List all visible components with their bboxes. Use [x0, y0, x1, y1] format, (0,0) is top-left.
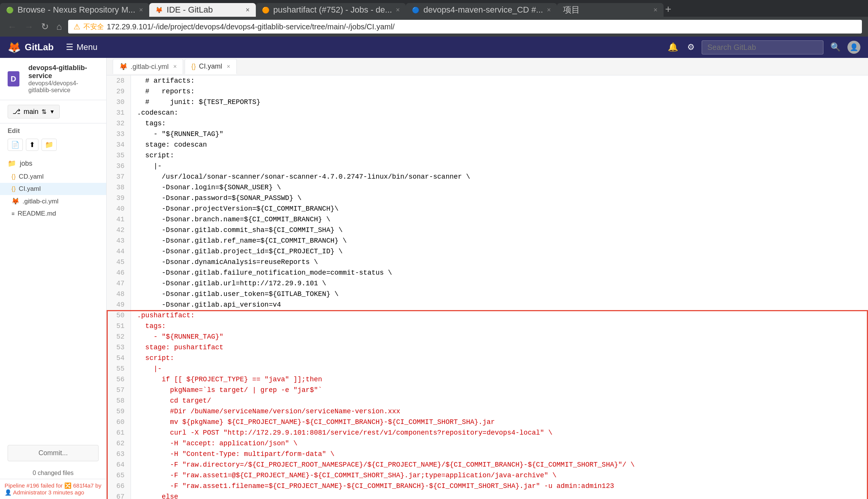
home-button[interactable]: ⌂ — [55, 20, 64, 34]
header-notification-icon[interactable]: 🔔 — [665, 40, 680, 54]
tab-gitlab-ci-close[interactable]: × — [173, 63, 177, 70]
code-line: -F "raw.asset1=@${CI_PROJECT_NAME}-${CI_… — [137, 470, 862, 481]
insecure-label: 不安全 — [83, 22, 104, 31]
code-line: -Dsonar.projectVersion=${CI_COMMIT_BRANC… — [137, 203, 862, 214]
code-content[interactable]: # artifacts: # reports: # junit: ${TEST_… — [131, 75, 868, 499]
code-line: #Dir /buName/serviceName/version/service… — [137, 406, 862, 417]
code-line: |- — [137, 363, 862, 374]
editor-tabs-bar: 🦊 .gitlab-ci.yml × {} CI.yaml × — [107, 58, 868, 75]
line-number: 33 — [113, 129, 124, 139]
tab-gitlab-ci-icon: 🦊 — [119, 62, 128, 71]
line-number: 41 — [113, 214, 124, 225]
code-line: script: — [137, 353, 862, 363]
code-editor: 2829303132333435363738394041424344454647… — [107, 75, 868, 499]
code-line: -Dsonar.gitlab.user_token=${GITLAB_TOKEN… — [137, 289, 862, 299]
gitlab-ci-label: .gitlab-ci.yml — [22, 198, 58, 205]
line-number: 28 — [113, 75, 124, 86]
sidebar-file-tree: 📁 jobs {} CD.yaml {} CI.yaml 🦊 .gitlab-c… — [0, 155, 106, 221]
line-number: 31 — [113, 107, 124, 118]
gitlab-logo-text: GitLab — [25, 42, 54, 53]
editor-area: 🦊 .gitlab-ci.yml × {} CI.yaml × 28293031… — [107, 58, 868, 499]
pushartifact-tab-label: pushartifact (#752) - Jobs - de... — [273, 5, 392, 15]
file-item-ci[interactable]: {} CI.yaml — [0, 183, 106, 195]
devops4-tab-label: devops4-maven-service_CD #... — [423, 5, 543, 15]
code-line: - "${RUNNER_TAG}" — [137, 331, 862, 342]
line-number: 44 — [113, 246, 124, 257]
line-number: 54 — [113, 353, 124, 363]
reload-button[interactable]: ↻ — [40, 20, 50, 34]
new-tab-button[interactable]: + — [664, 2, 673, 17]
line-number: 34 — [113, 139, 124, 150]
menu-button[interactable]: ☰ Menu — [61, 40, 102, 54]
pipeline-status: Pipeline #196 failed for 🔀 681f4a7 by 👤 … — [0, 479, 106, 499]
line-number: 60 — [113, 417, 124, 427]
nexus-tab-close[interactable]: × — [139, 6, 143, 14]
code-line: .codescan: — [137, 107, 862, 118]
code-line: /usr/local/sonar-scanner/sonar-scanner-4… — [137, 171, 862, 182]
nexus-tab-label: Browse - Nexus Repository M... — [18, 5, 135, 15]
ci-yaml-icon: {} — [11, 185, 16, 193]
header-settings-icon[interactable]: ⚙ — [685, 40, 697, 54]
line-number: 52 — [113, 331, 124, 342]
sidebar-section-label: Edit — [0, 123, 106, 139]
code-line: -F "raw.asset1.filename=${CI_PROJECT_NAM… — [137, 481, 862, 491]
line-number: 57 — [113, 385, 124, 395]
line-number: 62 — [113, 438, 124, 449]
devops4-tab-close[interactable]: × — [547, 6, 551, 14]
tab-gitlab-ide[interactable]: 🦊 IDE - GitLab × — [149, 3, 256, 17]
line-number: 67 — [113, 491, 124, 499]
project-tab-close[interactable]: × — [653, 6, 657, 14]
forward-button[interactable]: → — [23, 20, 35, 34]
tab-project[interactable]: 项目 × — [557, 3, 664, 17]
line-number: 32 — [113, 118, 124, 129]
sidebar-item-jobs[interactable]: 📁 jobs — [0, 156, 106, 171]
address-box[interactable]: ⚠ 不安全 172.29.9.101/-/ide/project/devops4… — [68, 20, 862, 34]
tab-gitlab-ci-yml[interactable]: 🦊 .gitlab-ci.yml × — [113, 59, 183, 74]
gitlab-logo-icon: 🦊 — [8, 41, 21, 54]
commit-button[interactable]: Commit... — [8, 445, 99, 461]
line-number: 50 — [113, 310, 124, 321]
tab-nexus[interactable]: 🟢 Browse - Nexus Repository M... × — [0, 3, 149, 17]
gitlab-app: 🦊 GitLab ☰ Menu 🔔 ⚙ 🔍 👤 D devops4-gitlab… — [0, 37, 868, 499]
line-number: 42 — [113, 225, 124, 235]
file-item-cd[interactable]: {} CD.yaml — [0, 171, 106, 183]
line-number: 29 — [113, 86, 124, 97]
code-line: -Dsonar.gitlab.api_version=v4 — [137, 299, 862, 310]
line-number: 64 — [113, 459, 124, 470]
new-folder-button[interactable]: 📁 — [41, 139, 57, 151]
sidebar-project-info: D devops4-gitlablib-service devops4/devo… — [0, 58, 106, 100]
code-line: .pushartifact: — [137, 310, 862, 321]
readme-label: README.md — [18, 210, 56, 218]
code-line: -Dsonar.gitlab.project_id=${CI_PROJECT_I… — [137, 246, 862, 257]
tab-devops4[interactable]: 🔵 devops4-maven-service_CD #... × — [406, 3, 557, 17]
back-button[interactable]: ← — [6, 20, 18, 34]
tab-pushartifact[interactable]: 🟠 pushartifact (#752) - Jobs - de... × — [256, 3, 406, 17]
browser-addressbar: ← → ↻ ⌂ ⚠ 不安全 172.29.9.101/-/ide/project… — [0, 17, 868, 37]
user-avatar-button[interactable]: 👤 — [847, 41, 860, 54]
code-line: tags: — [137, 118, 862, 129]
code-line: -F "raw.directory=/${CI_PROJECT_ROOT_NAM… — [137, 459, 862, 470]
file-item-gitlab-ci[interactable]: 🦊 .gitlab-ci.yml — [0, 195, 106, 208]
line-number: 65 — [113, 470, 124, 481]
line-number: 49 — [113, 299, 124, 310]
search-button[interactable]: 🔍 — [828, 40, 843, 54]
code-line: mv ${pkgName} ${CI_PROJECT_NAME}-${CI_CO… — [137, 417, 862, 427]
pushartifact-tab-close[interactable]: × — [396, 6, 400, 14]
code-line: if [[ ${PROJECT_TYPE} == "java" ]];then — [137, 374, 862, 385]
new-file-button[interactable]: 📄 — [8, 139, 23, 151]
line-number: 38 — [113, 182, 124, 193]
tab-ci-yaml[interactable]: {} CI.yaml × — [185, 59, 236, 74]
gitlab-main: D devops4-gitlablib-service devops4/devo… — [0, 58, 868, 499]
code-line: pkgName=`ls target/ | grep -e "jar$"` — [137, 385, 862, 395]
line-number: 61 — [113, 427, 124, 438]
tab-ci-yaml-close[interactable]: × — [227, 63, 230, 70]
line-number: 59 — [113, 406, 124, 417]
gitlab-tab-close[interactable]: × — [246, 6, 250, 14]
upload-file-button[interactable]: ⬆ — [26, 139, 38, 151]
code-line: else — [137, 491, 862, 499]
code-line: -Dsonar.gitlab.failure_notification_mode… — [137, 267, 862, 278]
code-line: # junit: ${TEST_REPORTS} — [137, 97, 862, 107]
sidebar-branch-selector[interactable]: ⎇ main ⇅ ▼ — [0, 100, 106, 123]
file-item-readme[interactable]: ≡ README.md — [0, 208, 106, 220]
search-input[interactable] — [702, 40, 823, 54]
